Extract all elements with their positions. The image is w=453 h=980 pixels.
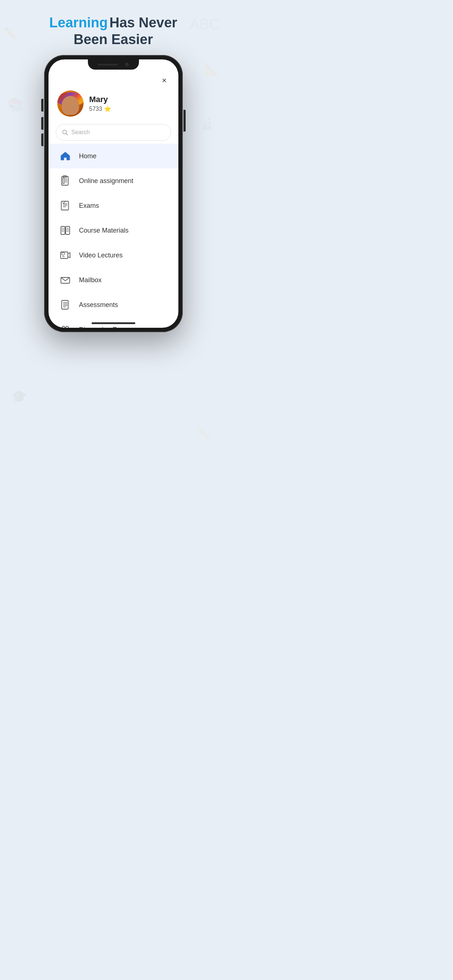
notch-camera	[125, 63, 129, 66]
svg-text:📏: 📏	[197, 427, 211, 441]
menu-label-assessments: Assessments	[79, 301, 118, 309]
svg-text:📐: 📐	[204, 62, 219, 76]
menu-item-video-lectures[interactable]: Video Lectures	[48, 243, 179, 267]
mail-icon	[59, 274, 72, 286]
menu-label-home: Home	[79, 153, 97, 160]
svg-line-8	[66, 134, 67, 135]
profile-info: Mary 5733 ⭐	[89, 95, 111, 112]
svg-rect-10	[63, 178, 64, 184]
svg-text:🎓: 🎓	[11, 389, 27, 404]
discussion-icon	[59, 323, 72, 328]
menu-label-video: Video Lectures	[79, 251, 123, 259]
menu-label-materials: Course Materials	[79, 227, 129, 234]
notch-speaker	[98, 64, 118, 65]
menu-label-mailbox: Mailbox	[79, 276, 102, 284]
profile-score: 5733 ⭐	[89, 105, 111, 112]
svg-point-38	[65, 326, 69, 328]
menu-item-mailbox[interactable]: Mailbox	[48, 267, 179, 293]
svg-rect-32	[62, 301, 68, 309]
phone-inner: × Mary 5733 ⭐	[48, 59, 179, 328]
svg-point-37	[62, 326, 65, 328]
search-icon	[62, 129, 68, 135]
search-placeholder: Search	[72, 129, 90, 135]
home-bar	[91, 322, 135, 324]
profile-name: Mary	[89, 95, 111, 104]
avatar-image	[57, 91, 83, 117]
avatar-face	[62, 96, 79, 115]
phone-shell: × Mary 5733 ⭐	[44, 55, 183, 332]
search-bar[interactable]: Search	[56, 124, 171, 141]
menu-label-assignment: Online assignment	[79, 177, 134, 185]
headline-learning: Learning	[49, 15, 108, 30]
svg-text:📚: 📚	[7, 97, 24, 113]
home-icon	[59, 150, 72, 162]
avatar	[57, 91, 83, 117]
menu-label-discussion: Discussion Rooms	[79, 326, 134, 328]
svg-text:ABC: ABC	[190, 16, 220, 32]
menu-list: Home Onli	[48, 144, 179, 328]
headline: Learning Has NeverBeen Easier	[35, 14, 192, 48]
phone-notch	[88, 59, 139, 70]
svg-rect-21	[65, 226, 70, 234]
svg-rect-16	[61, 201, 69, 210]
menu-item-exams[interactable]: Exams	[48, 193, 179, 218]
video-icon	[59, 249, 72, 262]
svg-rect-20	[61, 226, 65, 234]
materials-icon	[59, 224, 72, 237]
exams-icon	[59, 199, 72, 212]
menu-item-assessments[interactable]: Assessments	[48, 293, 179, 317]
assignment-icon	[59, 174, 72, 188]
menu-label-exams: Exams	[79, 202, 99, 210]
svg-point-29	[62, 252, 65, 255]
assessments-icon	[59, 298, 72, 311]
menu-item-course-materials[interactable]: Course Materials	[48, 218, 179, 243]
menu-item-home[interactable]: Home	[48, 144, 179, 169]
close-button[interactable]: ×	[159, 75, 170, 86]
menu-item-online-assignment[interactable]: Online assignment	[48, 169, 179, 193]
svg-text:✏️: ✏️	[4, 27, 16, 39]
svg-text:🔬: 🔬	[201, 118, 214, 130]
phone-content: Mary 5733 ⭐ Search	[48, 59, 179, 328]
